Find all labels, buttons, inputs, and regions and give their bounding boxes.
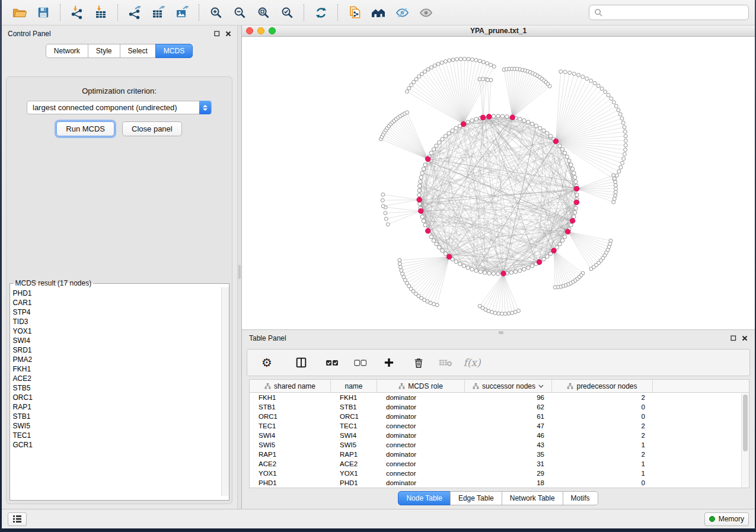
cell-name[interactable]: ORC1	[331, 412, 377, 421]
cell-successor-nodes[interactable]: 46	[465, 431, 552, 440]
vertical-split-divider[interactable]	[237, 25, 242, 509]
cell-MCDS-role[interactable]: dominator	[377, 450, 465, 459]
import-table-button[interactable]	[89, 2, 113, 23]
cell-shared-name[interactable]: FKH1	[250, 393, 331, 402]
cell-name[interactable]: FKH1	[331, 393, 377, 402]
memory-button[interactable]: Memory	[704, 512, 749, 526]
column-header-predecessor-nodes[interactable]: predecessor nodes	[552, 380, 653, 392]
cell-successor-nodes[interactable]: 43	[465, 440, 552, 450]
mcds-result-item[interactable]: TID3	[13, 317, 229, 326]
mcds-result-item[interactable]: SWI5	[13, 421, 229, 431]
cell-name[interactable]: SWI4	[331, 431, 377, 440]
table-settings-button[interactable]: ⚙	[256, 352, 278, 373]
cell-MCDS-role[interactable]: dominator	[377, 402, 465, 412]
cell-predecessor-nodes[interactable]: 0	[552, 478, 653, 488]
cell-shared-name[interactable]: ACE2	[250, 459, 331, 469]
cell-shared-name[interactable]: ORC1	[250, 412, 331, 421]
mcds-list-scrollbar[interactable]	[221, 287, 229, 496]
tab-select[interactable]: Select	[120, 44, 156, 58]
task-history-button[interactable]	[8, 512, 27, 526]
mcds-result-item[interactable]: STB5	[13, 383, 229, 393]
tab-style[interactable]: Style	[88, 44, 120, 58]
column-header-shared-name[interactable]: shared name	[250, 380, 331, 392]
tab-network-table[interactable]: Network Table	[502, 491, 563, 505]
cell-successor-nodes[interactable]: 35	[465, 450, 552, 459]
close-table-panel-icon[interactable]	[742, 335, 748, 341]
cell-predecessor-nodes[interactable]: 1	[552, 459, 653, 469]
mcds-result-item[interactable]: ORC1	[13, 393, 229, 402]
table-row[interactable]: ORC1ORC1dominator610	[250, 412, 749, 421]
export-table-button[interactable]	[146, 2, 170, 23]
cell-predecessor-nodes[interactable]: 1	[552, 469, 653, 478]
network-canvas[interactable]	[242, 37, 755, 329]
close-panel-icon[interactable]	[225, 31, 231, 37]
table-row[interactable]: FKH1FKH1dominator962	[250, 393, 749, 402]
tab-mcds[interactable]: MCDS	[155, 44, 193, 58]
cell-shared-name[interactable]: SWI4	[250, 431, 331, 440]
float-table-panel-icon[interactable]	[731, 335, 736, 341]
cell-name[interactable]: RAP1	[331, 450, 377, 459]
run-mcds-button[interactable]: Run MCDS	[56, 121, 114, 136]
mcds-result-item[interactable]: STP4	[13, 307, 229, 317]
table-row[interactable]: SWI5SWI5connector431	[250, 440, 749, 450]
divider-grip[interactable]	[238, 265, 241, 279]
mcds-result-item[interactable]: YOX1	[13, 326, 229, 336]
cell-successor-nodes[interactable]: 47	[465, 421, 552, 431]
mcds-result-item[interactable]: PMA2	[13, 355, 229, 364]
function-builder-button[interactable]: f(x)	[461, 352, 483, 373]
column-view-button[interactable]	[290, 352, 312, 373]
tab-motifs[interactable]: Motifs	[563, 491, 598, 505]
search-field[interactable]	[589, 5, 749, 20]
zoom-out-button[interactable]	[228, 2, 251, 23]
table-row[interactable]: STB1STB1dominator620	[250, 402, 749, 412]
export-network-button[interactable]	[123, 2, 146, 23]
mcds-result-item[interactable]: TEC1	[13, 431, 229, 440]
cell-predecessor-nodes[interactable]: 0	[552, 412, 653, 421]
open-file-button[interactable]	[8, 2, 31, 23]
mcds-result-item[interactable]: FKH1	[13, 364, 229, 374]
export-image-button[interactable]	[170, 2, 194, 23]
hide-panel-button[interactable]	[390, 2, 414, 23]
cell-predecessor-nodes[interactable]: 2	[552, 450, 653, 459]
table-row[interactable]: RAP1RAP1dominator352	[250, 450, 749, 459]
table-row[interactable]: ACE2ACE2connector311	[250, 459, 749, 469]
cell-successor-nodes[interactable]: 18	[465, 478, 552, 488]
cell-successor-nodes[interactable]: 29	[465, 469, 552, 478]
cell-MCDS-role[interactable]: connector	[377, 440, 465, 450]
cell-shared-name[interactable]: YOX1	[250, 469, 331, 478]
table-scrollbar[interactable]	[741, 393, 749, 488]
mcds-result-item[interactable]: SRD1	[13, 345, 229, 355]
duplicate-network-button[interactable]	[343, 2, 366, 23]
mcds-result-item[interactable]: STB1	[13, 412, 229, 421]
deselect-all-columns-button[interactable]	[349, 352, 372, 373]
cell-MCDS-role[interactable]: dominator	[377, 478, 465, 488]
search-input[interactable]	[607, 8, 744, 17]
criterion-dropdown[interactable]: largest connected component (undirected)	[27, 101, 212, 114]
tab-network[interactable]: Network	[46, 44, 88, 58]
column-header-MCDS-role[interactable]: MCDS role	[377, 380, 465, 392]
table-scrollbar-thumb[interactable]	[743, 395, 748, 451]
cell-name[interactable]: YOX1	[331, 469, 377, 478]
mcds-result-item[interactable]: RAP1	[13, 402, 229, 412]
show-panel-button[interactable]	[414, 2, 438, 23]
cell-MCDS-role[interactable]: dominator	[377, 431, 465, 440]
tab-node-table[interactable]: Node Table	[398, 491, 451, 505]
cell-predecessor-nodes[interactable]: 2	[552, 421, 653, 431]
cell-successor-nodes[interactable]: 96	[465, 393, 552, 402]
cell-name[interactable]: TEC1	[331, 421, 377, 431]
mcds-result-item[interactable]: SWI4	[13, 336, 229, 345]
mcds-result-item[interactable]: PHD1	[13, 289, 229, 298]
table-row[interactable]: TEC1TEC1connector472	[250, 421, 749, 431]
add-column-button[interactable]	[378, 352, 400, 373]
cell-name[interactable]: STB1	[331, 402, 377, 412]
zoom-in-button[interactable]	[204, 2, 228, 23]
cell-predecessor-nodes[interactable]: 2	[552, 393, 653, 402]
close-panel-button[interactable]: Close panel	[122, 121, 182, 136]
cell-predecessor-nodes[interactable]: 2	[552, 431, 653, 440]
cell-shared-name[interactable]: STB1	[250, 402, 331, 412]
delete-column-button[interactable]	[407, 352, 430, 373]
cell-name[interactable]: ACE2	[331, 459, 377, 469]
cell-shared-name[interactable]: SWI5	[250, 440, 331, 450]
tab-edge-table[interactable]: Edge Table	[450, 491, 502, 505]
zoom-fit-button[interactable]	[251, 2, 275, 23]
